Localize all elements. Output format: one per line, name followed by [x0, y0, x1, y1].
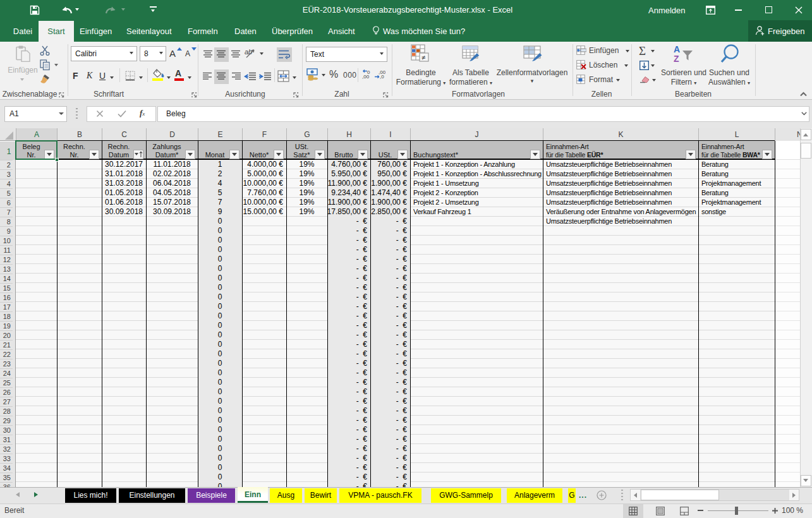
svg-text:,00: ,00 — [362, 74, 370, 80]
svg-text:,0: ,0 — [380, 74, 384, 80]
svg-text:≠: ≠ — [421, 54, 425, 61]
svg-text:ab: ab — [245, 48, 252, 56]
